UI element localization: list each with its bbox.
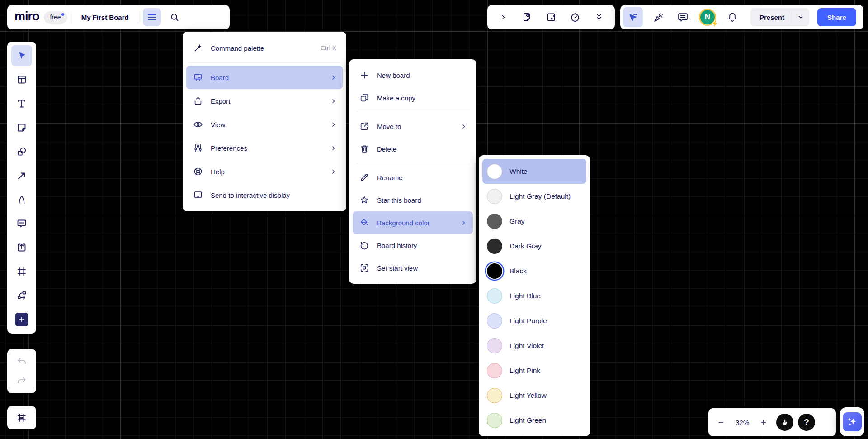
menu-item-board-history[interactable]: Board history — [353, 234, 473, 257]
chevron-right-icon — [461, 220, 467, 226]
upload-tool[interactable] — [11, 237, 32, 258]
menu-item-rename[interactable]: Rename — [353, 166, 473, 189]
help-button[interactable]: ? — [798, 414, 815, 431]
chat-button[interactable] — [674, 8, 692, 26]
frames-panel-button[interactable] — [7, 406, 36, 429]
frame-tool[interactable] — [11, 261, 32, 282]
notifications-button[interactable] — [723, 8, 741, 26]
templates-icon — [16, 74, 27, 85]
templates-tool[interactable] — [11, 69, 32, 90]
chevron-right-icon — [330, 169, 336, 175]
celebrate-button[interactable] — [649, 8, 667, 26]
hand-icon — [781, 418, 789, 426]
attention-button[interactable] — [542, 8, 560, 26]
menu-item-view[interactable]: View — [186, 113, 343, 136]
present-button[interactable]: Present — [750, 8, 809, 26]
color-swatch-light-violet — [487, 338, 502, 353]
color-option-light-blue[interactable]: Light Blue — [482, 283, 586, 308]
color-option-gray[interactable]: Gray — [482, 209, 586, 234]
redo-button[interactable] — [11, 371, 32, 391]
menu-item-board[interactable]: Board — [186, 66, 343, 89]
miro-logo[interactable]: miro — [14, 10, 39, 24]
connector-tool[interactable] — [11, 165, 32, 186]
zoom-in-button[interactable] — [755, 414, 772, 430]
zoom-level[interactable]: 32% — [732, 419, 753, 426]
diagram-tool[interactable] — [11, 285, 32, 306]
timer-button[interactable] — [566, 8, 584, 26]
menu-item-label: Board history — [377, 242, 467, 249]
comment-tool[interactable] — [11, 213, 32, 234]
sliders-icon — [193, 143, 203, 153]
chevron-right-icon — [330, 75, 336, 81]
select-tool[interactable] — [11, 45, 32, 66]
ai-assist-button[interactable] — [840, 407, 864, 436]
follow-cursor-button[interactable] — [623, 7, 643, 27]
color-option-light-gray[interactable]: Light Gray (Default) — [482, 184, 586, 209]
undo-redo-panel — [7, 349, 36, 393]
pen-tool[interactable] — [11, 189, 32, 210]
more-tools-button[interactable] — [590, 8, 608, 26]
undo-button[interactable] — [11, 352, 32, 371]
color-option-white[interactable]: White — [482, 159, 586, 184]
private-mode-button[interactable] — [518, 8, 536, 26]
color-option-light-green[interactable]: Light Green — [482, 408, 586, 433]
bell-icon — [727, 12, 738, 23]
menu-item-move-to[interactable]: Move to — [353, 115, 473, 138]
connector-arrow-icon — [16, 170, 27, 181]
board-icon — [193, 72, 203, 82]
user-avatar[interactable]: N — [698, 8, 717, 27]
select-cursor-icon — [16, 50, 27, 61]
search-button[interactable] — [165, 8, 184, 26]
menu-item-delete[interactable]: Delete — [353, 138, 473, 160]
divider — [72, 11, 72, 23]
text-tool[interactable] — [11, 93, 32, 114]
main-menu-button[interactable] — [143, 8, 161, 26]
walkthrough-button[interactable] — [776, 414, 793, 431]
color-swatch-gray — [487, 214, 502, 229]
menu-item-label: Command palette — [211, 44, 313, 52]
upgrade-dot-icon — [61, 13, 64, 16]
display-icon — [193, 190, 203, 200]
command-palette-icon — [193, 43, 203, 53]
menu-item-star-this-board[interactable]: Star this board — [353, 189, 473, 211]
menu-item-label: Star this board — [377, 196, 467, 204]
color-swatch-light-blue — [487, 288, 502, 304]
shapes-tool[interactable] — [11, 141, 32, 162]
color-option-dark-gray[interactable]: Dark Gray — [482, 234, 586, 258]
menu-item-help[interactable]: Help — [186, 160, 343, 183]
diagram-icon — [16, 290, 27, 301]
color-option-label: Light Pink — [509, 367, 540, 375]
menu-item-background-color[interactable]: Background color — [353, 211, 473, 234]
menu-item-preferences[interactable]: Preferences — [186, 136, 343, 160]
hamburger-menu-icon — [147, 12, 157, 22]
color-option-light-violet[interactable]: Light Violet — [482, 333, 586, 358]
collapse-toolbar-button[interactable] — [494, 8, 512, 26]
menu-item-export[interactable]: Export — [186, 89, 343, 113]
plus-icon — [18, 316, 25, 323]
share-button[interactable]: Share — [817, 8, 856, 26]
follow-cursor-icon — [627, 12, 638, 23]
menu-item-send-to-display[interactable]: Send to interactive display — [186, 183, 343, 207]
sticky-note-tool[interactable] — [11, 117, 32, 138]
add-tool-button[interactable] — [15, 313, 28, 326]
menu-item-new-board[interactable]: New board — [353, 64, 473, 86]
present-dropdown[interactable] — [792, 14, 809, 20]
plan-badge[interactable]: free — [44, 11, 67, 24]
copy-icon — [359, 93, 370, 103]
board-canvas[interactable]: miro free My First Board N Present — [0, 0, 868, 439]
chevron-right-icon — [461, 124, 467, 129]
menu-item-set-start-view[interactable]: Set start view — [353, 257, 473, 279]
divider — [355, 163, 470, 163]
menu-item-make-a-copy[interactable]: Make a copy — [353, 86, 473, 109]
color-swatch-light-green — [487, 413, 502, 428]
color-option-black[interactable]: Black — [482, 258, 586, 283]
color-option-light-purple[interactable]: Light Purple — [482, 308, 586, 333]
plus-icon — [359, 70, 370, 80]
menu-item-command-palette[interactable]: Command palette Ctrl K — [186, 36, 343, 60]
zoom-out-button[interactable] — [713, 414, 729, 430]
chevron-right-icon — [330, 122, 336, 128]
board-title[interactable]: My First Board — [77, 14, 133, 21]
double-chevron-down-icon — [595, 13, 603, 21]
color-option-light-yellow[interactable]: Light Yellow — [482, 383, 586, 408]
color-option-light-pink[interactable]: Light Pink — [482, 358, 586, 383]
